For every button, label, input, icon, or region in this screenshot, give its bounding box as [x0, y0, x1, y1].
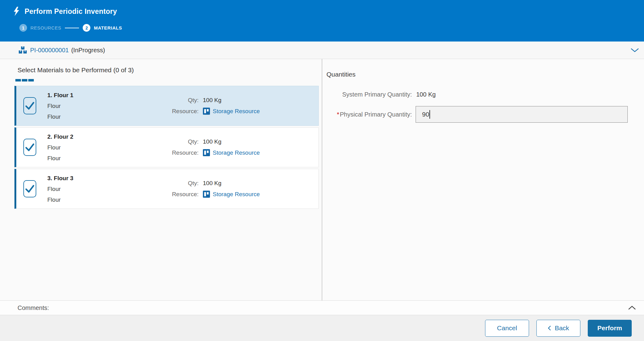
- comments-label: Comments:: [18, 304, 49, 311]
- storage-resource-icon: [203, 149, 210, 156]
- wizard-steps: 1 RESOURCES 2 MATERIALS: [19, 24, 644, 32]
- perform-periodic-inventory-dialog: Perform Periodic Inventory 1 RESOURCES 2…: [0, 0, 644, 341]
- step-resources[interactable]: 1 RESOURCES: [19, 24, 61, 32]
- system-primary-quantity-label: System Primary Quantity:: [326, 91, 412, 98]
- physical-primary-quantity-label: *Physical Primary Quantity:: [326, 111, 412, 118]
- checkbox-checked-icon[interactable]: [23, 139, 36, 156]
- chevron-left-icon: [548, 325, 551, 331]
- inventory-context-bar: PI-000000001 (InProgress): [0, 42, 644, 59]
- material-description: Flour: [47, 184, 73, 194]
- quantities-panel: Quantities System Primary Quantity: 100 …: [322, 59, 644, 300]
- step-label: RESOURCES: [30, 25, 61, 30]
- storage-resource-icon: [203, 108, 210, 115]
- back-button-label: Back: [555, 324, 569, 332]
- material-item-flour-2[interactable]: 2. Flour 2 Flour Flour Qty: 100 Kg Resou…: [14, 127, 319, 167]
- material-item-flour-1[interactable]: 1. Flour 1 Flour Flour Qty: 100 Kg Resou…: [14, 86, 319, 126]
- resource-label: Resource:: [169, 191, 199, 198]
- footer-actions: Cancel Back Perform: [0, 315, 644, 341]
- qty-value: 100 Kg: [203, 138, 260, 145]
- qty-label: Qty:: [169, 180, 199, 187]
- selection-progress-dashes: [15, 79, 322, 81]
- material-item-flour-3[interactable]: 3. Flour 3 Flour Flour Qty: 100 Kg Resou…: [14, 169, 319, 209]
- periodic-inventory-link[interactable]: PI-000000001: [30, 47, 69, 54]
- required-marker: *: [337, 111, 339, 118]
- page-title: Perform Periodic Inventory: [25, 7, 117, 16]
- qty-label: Qty:: [169, 138, 199, 145]
- material-description: Flour: [47, 142, 73, 153]
- material-name: 3. Flour 3: [47, 173, 73, 184]
- step-connector: [65, 28, 79, 28]
- checkbox-checked-icon[interactable]: [23, 180, 36, 197]
- quantities-title: Quantities: [326, 71, 628, 78]
- system-primary-quantity-value: 100 Kg: [416, 91, 436, 98]
- main-content: Select Materials to be Performed (0 of 3…: [0, 59, 644, 300]
- cancel-button[interactable]: Cancel: [485, 320, 529, 337]
- material-name: 1. Flour 1: [47, 90, 73, 101]
- comments-bar[interactable]: Comments:: [0, 300, 644, 315]
- storage-resource-link[interactable]: Storage Resource: [213, 149, 260, 156]
- materials-panel-title: Select Materials to be Performed (0 of 3…: [18, 66, 322, 74]
- storage-resource-link[interactable]: Storage Resource: [213, 108, 260, 115]
- checkbox-checked-icon[interactable]: [23, 97, 36, 114]
- resource-label: Resource:: [169, 149, 199, 156]
- step-number: 2: [83, 24, 90, 32]
- storage-resource-link[interactable]: Storage Resource: [213, 191, 260, 198]
- storage-resource-icon: [203, 191, 210, 198]
- lightning-bolt-icon: [12, 7, 20, 16]
- material-group: Flour: [47, 153, 73, 164]
- step-label: MATERIALS: [94, 25, 122, 30]
- wizard-header: Perform Periodic Inventory 1 RESOURCES 2…: [0, 0, 644, 42]
- qty-label: Qty:: [169, 97, 199, 104]
- perform-button[interactable]: Perform: [588, 320, 632, 337]
- back-button[interactable]: Back: [536, 320, 580, 337]
- physical-primary-quantity-input[interactable]: 90: [416, 106, 628, 123]
- step-materials[interactable]: 2 MATERIALS: [83, 24, 122, 32]
- input-value: 90: [422, 111, 429, 118]
- step-number: 1: [19, 24, 27, 32]
- material-group: Flour: [47, 111, 73, 122]
- text-cursor: [429, 110, 430, 119]
- resource-label: Resource:: [169, 108, 199, 115]
- chevron-up-icon[interactable]: [628, 306, 636, 310]
- chevron-down-icon[interactable]: [630, 48, 639, 53]
- qty-value: 100 Kg: [203, 180, 260, 187]
- materials-panel: Select Materials to be Performed (0 of 3…: [0, 59, 322, 300]
- inventory-status: (InProgress): [71, 47, 105, 54]
- material-name: 2. Flour 2: [47, 131, 73, 142]
- materials-list: 1. Flour 1 Flour Flour Qty: 100 Kg Resou…: [14, 86, 319, 209]
- material-description: Flour: [47, 101, 73, 111]
- qty-value: 100 Kg: [203, 97, 260, 104]
- inventory-lots-icon: [18, 46, 27, 54]
- material-group: Flour: [47, 194, 73, 205]
